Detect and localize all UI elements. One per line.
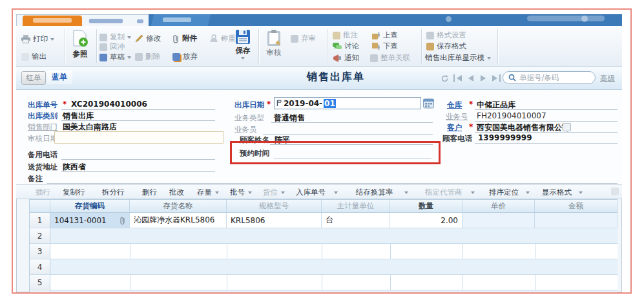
- location-label: 货位: [263, 188, 278, 197]
- cell-name[interactable]: 沁园牌净水器KRL5806: [130, 213, 227, 228]
- cell-spec[interactable]: KRL5806: [227, 213, 322, 228]
- print-button[interactable]: 打印: [21, 34, 54, 44]
- display-format-button[interactable]: 显示格式: [542, 188, 583, 197]
- modify-button[interactable]: 修改: [135, 34, 161, 43]
- col-header-amount[interactable]: 金额: [535, 200, 618, 212]
- biz-no-value[interactable]: FH201904010007: [477, 111, 546, 120]
- annotate-label: 批注: [343, 30, 358, 40]
- note-icon: [333, 32, 340, 39]
- display-template-button[interactable]: 销售出库单显示模: [425, 53, 491, 63]
- location-button[interactable]: 货位: [263, 188, 285, 197]
- unaudit-button[interactable]: 弃审: [291, 34, 316, 43]
- barcode-search-input[interactable]: 单据号/条码: [503, 71, 596, 84]
- audit-date-input[interactable]: [54, 131, 223, 144]
- cell-amount[interactable]: [535, 213, 618, 228]
- delete-row-label: 删行: [142, 188, 157, 197]
- nav-next-icon[interactable]: [479, 74, 487, 82]
- doc-link-button[interactable]: 整单关联: [370, 53, 410, 63]
- row-number[interactable]: 3: [30, 244, 50, 259]
- display-template-label: 销售出库单显示模: [425, 53, 484, 63]
- row-number-header[interactable]: [30, 200, 50, 212]
- customer-phone-value[interactable]: 1399999999: [478, 133, 532, 142]
- discuss-button[interactable]: 讨论: [333, 41, 359, 51]
- outbound-date-label: 出库日期: [234, 100, 264, 110]
- format-settings-button[interactable]: 格式设置: [426, 30, 466, 40]
- col-header-price[interactable]: 单价: [462, 200, 535, 212]
- refresh-icon[interactable]: [441, 74, 448, 82]
- remarks-input[interactable]: [47, 183, 618, 184]
- advanced-search-link[interactable]: 高级: [600, 74, 615, 83]
- paperclip-icon[interactable]: [119, 216, 125, 224]
- warehouse-label[interactable]: 仓库: [447, 100, 462, 110]
- attachment-button[interactable]: 附件: [172, 34, 197, 43]
- copy-row-button[interactable]: 复制行: [63, 188, 85, 197]
- row-number[interactable]: 2: [30, 228, 50, 243]
- col-header-name[interactable]: 存货名称: [130, 200, 227, 212]
- cell-qty[interactable]: 2.00: [390, 213, 462, 228]
- sales-dept-label[interactable]: 销售部门: [28, 122, 57, 132]
- cell-price[interactable]: [462, 213, 535, 228]
- cell-unit[interactable]: 台: [322, 213, 390, 228]
- col-header-code[interactable]: 存货编码: [50, 200, 130, 212]
- batch-no-button[interactable]: 批号: [230, 188, 252, 197]
- table-row[interactable]: 2: [30, 228, 618, 244]
- outbound-date-input[interactable]: 2019-04-01: [274, 97, 421, 109]
- name-value: 沁园牌净水器KRL5806: [134, 215, 214, 226]
- table-row[interactable]: 3: [30, 244, 618, 259]
- conversion-rate-button[interactable]: 结存换算率: [356, 188, 408, 197]
- delete-button[interactable]: 删除: [135, 52, 160, 61]
- copy-row-label: 复制行: [63, 188, 85, 197]
- cut-off-tab-text: [33, 18, 72, 23]
- delete-row-button[interactable]: 删行: [142, 188, 157, 197]
- reverse-button[interactable]: 回冲: [99, 42, 125, 52]
- audit-button[interactable]: 审核: [261, 29, 287, 58]
- col-header-qty[interactable]: 数量: [390, 200, 462, 212]
- stock-button[interactable]: 存量: [197, 188, 219, 197]
- abandon-button[interactable]: 放弃: [172, 52, 198, 61]
- calendar-icon[interactable]: [423, 98, 434, 111]
- inbound-no-button[interactable]: 入库单号: [296, 188, 338, 197]
- custodian-label: 指定代管商: [425, 188, 462, 197]
- save-label: 保存: [236, 46, 251, 56]
- export-button[interactable]: 输出: [21, 52, 47, 61]
- col-header-spec[interactable]: 规格型号: [227, 200, 322, 212]
- biz-no-label[interactable]: 业务号: [446, 112, 468, 122]
- save-format-button[interactable]: 保存格式: [426, 41, 466, 51]
- sort-button[interactable]: 排序定位: [489, 188, 530, 197]
- toolbar-separator: [497, 29, 499, 63]
- insert-row-button[interactable]: 插行: [36, 188, 50, 197]
- save-button[interactable]: 保存: [231, 29, 255, 60]
- table-row[interactable]: 5: [30, 275, 618, 290]
- nav-first-icon[interactable]: [453, 74, 463, 82]
- orange-module-tab[interactable]: [23, 16, 82, 26]
- row-number[interactable]: 1: [30, 213, 50, 228]
- field-underline: [475, 121, 618, 122]
- col-header-unit[interactable]: 主计量单位: [322, 200, 390, 212]
- annotate-button[interactable]: 批注: [333, 30, 358, 40]
- batch-edit-button[interactable]: 批改: [169, 188, 184, 197]
- custodian-button[interactable]: 指定代管商: [425, 188, 475, 197]
- nav-last-icon[interactable]: [491, 74, 501, 82]
- blue-order-tab[interactable]: 蓝单: [47, 71, 72, 84]
- row-number[interactable]: 4: [30, 259, 50, 274]
- table-row-partial[interactable]: [30, 290, 618, 292]
- trace-down-button[interactable]: 下查: [372, 41, 398, 51]
- red-order-tab[interactable]: 红单: [21, 71, 46, 85]
- outbound-no-value[interactable]: XC201904010006: [71, 100, 147, 109]
- nav-previous-icon[interactable]: [467, 74, 475, 82]
- split-row-button[interactable]: 拆分行: [102, 188, 125, 197]
- lookup-icon[interactable]: [563, 123, 571, 131]
- notify-button[interactable]: 通知: [333, 53, 359, 63]
- copy-label: 复制: [110, 32, 125, 42]
- row-number[interactable]: 5: [30, 275, 50, 290]
- trace-up-button[interactable]: 上查: [372, 30, 398, 40]
- draft-button[interactable]: 草稿: [99, 52, 131, 62]
- table-row[interactable]: 4: [30, 259, 618, 275]
- cell-code[interactable]: 104131-0001: [50, 213, 130, 228]
- annotation-highlight-box: [230, 141, 441, 164]
- copy-button[interactable]: 复制: [99, 32, 131, 42]
- customer-label[interactable]: 客户: [447, 123, 462, 133]
- reference-button[interactable]: 参照: [67, 30, 94, 59]
- grid-toolbar-more-icon[interactable]: [611, 188, 619, 195]
- backup-phone-input[interactable]: [61, 159, 215, 160]
